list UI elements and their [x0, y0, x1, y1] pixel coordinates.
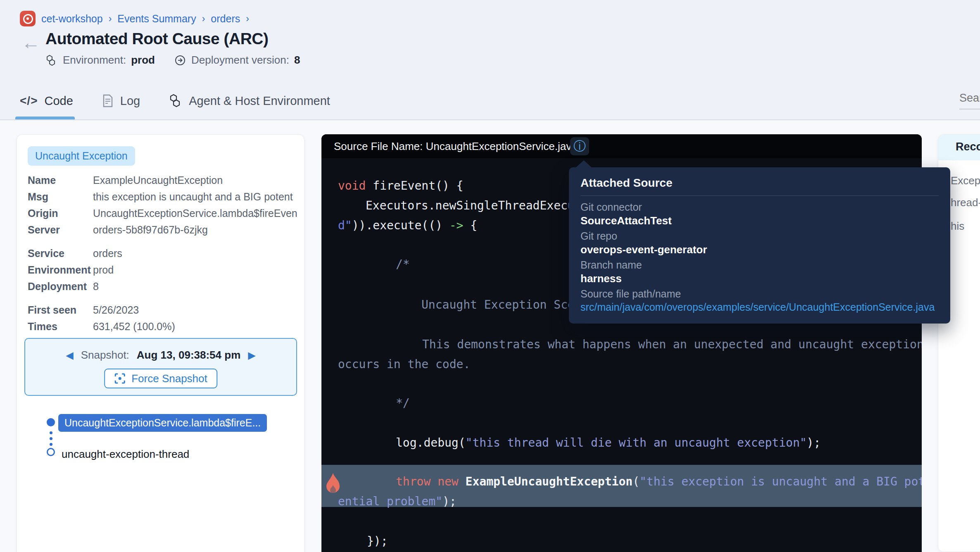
code-line: /* — [396, 257, 410, 271]
next-snapshot-icon[interactable]: ▶ — [248, 350, 255, 360]
tab-label: Log — [120, 94, 140, 108]
detail-row-environment: Environmentprod — [28, 264, 300, 281]
breadcrumb-separator: › — [202, 13, 205, 24]
tooltip-field-label: Git repo — [580, 230, 617, 242]
tooltip-title: Attached Source — [580, 176, 673, 190]
tab-bar: </>CodeLogAgent & Host Environment — [20, 89, 330, 112]
page-header: cet-workshop›Events Summary›orders› ← Au… — [0, 0, 980, 120]
detail-row-service: Serviceorders — [28, 247, 300, 264]
source-file-name: Source File Name: UncaughtExceptionServi… — [334, 134, 578, 158]
tooltip-divider — [580, 195, 939, 196]
tooltip-field-label: Source file path/name — [580, 288, 681, 300]
recommendation-row[interactable]: hread- — [951, 196, 980, 209]
snapshot-box: ◀ Snapshot: Aug 13, 09:38:54 pm ▶ Force … — [24, 338, 297, 396]
detail-value: 5/26/2023 — [93, 304, 139, 321]
breadcrumb-item-events-summary[interactable]: Events Summary — [117, 13, 196, 25]
log-tab-icon — [102, 94, 114, 107]
environment-value: prod — [131, 54, 155, 67]
event-type-badge: Uncaught Exception — [28, 146, 135, 166]
tooltip-field-label: Git connector — [580, 201, 642, 213]
recommendation-row[interactable]: his — [951, 220, 964, 233]
page-title: Automated Root Cause (ARC) — [45, 30, 269, 48]
detail-row-server: Serverorders-5b8f97d67b-6zjkg — [28, 224, 300, 240]
code-line: Executors.newSingleThreadExecu — [366, 199, 575, 212]
detail-row-first-seen: First seen5/26/2023 — [28, 304, 300, 321]
snapshot-label: Snapshot: — [81, 349, 129, 362]
prev-snapshot-icon[interactable]: ◀ — [66, 350, 73, 360]
tab-log[interactable]: Log — [102, 89, 140, 112]
detail-label: Name — [28, 174, 93, 191]
recommendations-title: Recommendations — [956, 140, 980, 153]
detail-label: First seen — [28, 304, 93, 321]
detail-value: ExampleUncaughtException — [93, 174, 223, 191]
breadcrumb-item-orders[interactable]: orders — [211, 13, 240, 25]
tooltip-field-value: SourceAttachTest — [580, 214, 672, 227]
detail-label: Service — [28, 247, 93, 264]
code-line: }); — [367, 534, 388, 548]
detail-label: Server — [28, 224, 93, 240]
event-details-card: Uncaught Exception NameExampleUncaughtEx… — [17, 134, 304, 552]
force-snapshot-button[interactable]: Force Snapshot — [104, 369, 217, 388]
tooltip-field-label: Branch name — [580, 259, 642, 271]
code-tab-icon: </> — [20, 94, 38, 107]
code-line: This demonstrates what happens when an u… — [422, 338, 922, 351]
detail-value: prod — [93, 264, 114, 281]
detail-label: Origin — [28, 207, 93, 224]
attached-source-tooltip: Attached Source Git connectorSourceAttac… — [569, 167, 950, 324]
code-line: log.debug("this thread will die with an … — [396, 436, 821, 450]
code-line: void fireEvent() { — [338, 179, 463, 193]
agent-host-icon — [169, 94, 182, 108]
detail-value: orders-5b8f97d67b-6zjkg — [93, 224, 208, 240]
detail-row-name: NameExampleUncaughtException — [28, 174, 300, 191]
code-line: occurs in the code. — [338, 357, 470, 371]
detail-value: 8 — [93, 281, 99, 297]
source-file-path-link[interactable]: src/main/java/com/overops/examples/servi… — [580, 301, 935, 313]
detail-value: 631,452 (100.0%) — [93, 321, 175, 337]
breadcrumb-separator: › — [246, 13, 249, 24]
thread-item[interactable]: uncaught-exception-thread — [62, 448, 189, 461]
info-icon[interactable]: ⓘ — [570, 137, 589, 155]
search-input[interactable] — [959, 92, 980, 109]
force-snapshot-icon — [114, 373, 126, 384]
snapshot-value: Aug 13, 09:38:54 pm — [137, 349, 240, 362]
detail-row-times: Times631,452 (100.0%) — [28, 321, 300, 337]
code-line: Uncaught Exception Scen — [421, 298, 582, 312]
recommendations-header: Recommendations — [938, 135, 980, 160]
tooltip-field-value: overops-event-generator — [580, 243, 707, 256]
environment-label: Environment: — [63, 54, 126, 67]
recommendation-row[interactable]: Exception — [951, 174, 980, 187]
detail-row-deployment: Deployment8 — [28, 281, 300, 297]
back-button[interactable]: ← — [21, 33, 40, 52]
tab-label: Agent & Host Environment — [189, 94, 330, 108]
deployment-icon — [174, 54, 186, 67]
environment-icon — [45, 54, 58, 67]
deployment-value: 8 — [294, 54, 300, 67]
detail-value: this exception is uncaught and a BIG pot… — [93, 191, 293, 207]
meta-row: Environment: prod Deployment version: 8 — [45, 54, 300, 67]
thread-bullet-open — [47, 448, 55, 456]
tooltip-arrow — [576, 160, 592, 168]
detail-label: Msg — [28, 191, 93, 207]
detail-label: Times — [28, 321, 93, 337]
thread-bullet-filled — [47, 418, 55, 426]
breadcrumb-item-cet-workshop[interactable]: cet-workshop — [41, 13, 103, 25]
tab-code[interactable]: </>Code — [20, 89, 73, 112]
detail-value: UncaughtExceptionService.lambda$fireEven — [93, 207, 297, 224]
detail-label: Environment — [28, 264, 93, 281]
thread-item-selected[interactable]: UncaughtExceptionService.lambda$fireE... — [58, 414, 267, 432]
code-header: Source File Name: UncaughtExceptionServi… — [321, 134, 922, 158]
tab-agent-host-environment[interactable]: Agent & Host Environment — [169, 89, 330, 112]
force-snapshot-label: Force Snapshot — [131, 372, 207, 385]
flame-icon — [325, 472, 341, 495]
breadcrumb-separator: › — [109, 13, 112, 24]
detail-row-msg: Msgthis exception is uncaught and a BIG … — [28, 191, 300, 207]
overops-logo-icon[interactable] — [20, 11, 36, 26]
tabs-divider — [0, 119, 980, 120]
detail-label: Deployment — [28, 281, 93, 297]
detail-value: orders — [93, 247, 122, 264]
detail-row-origin: OriginUncaughtExceptionService.lambda$fi… — [28, 207, 300, 224]
deployment-label: Deployment version: — [191, 54, 289, 67]
code-line: */ — [396, 396, 410, 410]
breadcrumb: cet-workshop›Events Summary›orders› — [20, 11, 249, 26]
tab-label: Code — [44, 94, 73, 108]
